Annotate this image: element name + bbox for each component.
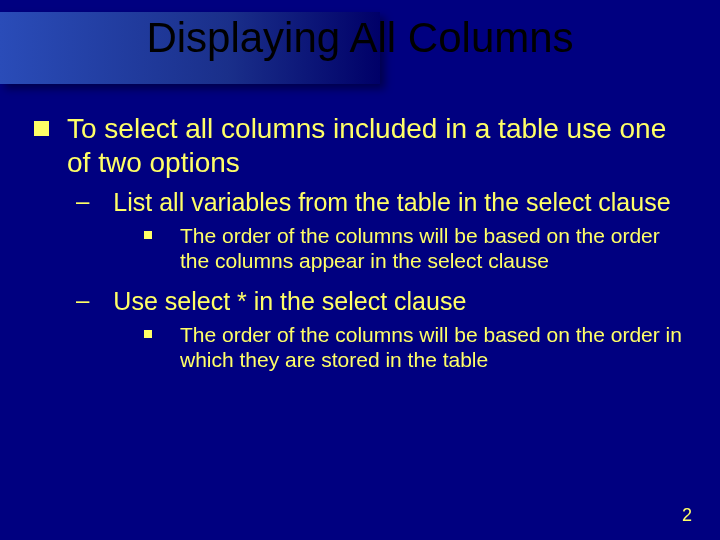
page-number: 2: [682, 505, 692, 526]
slide-body: To select all columns included in a tabl…: [34, 112, 690, 384]
square-bullet-icon: [144, 330, 152, 338]
bullet-level2: – Use select * in the select clause: [76, 286, 690, 316]
bullet-text: The order of the columns will be based o…: [180, 223, 690, 273]
dash-bullet-icon: –: [76, 286, 89, 316]
slide-title: Displaying All Columns: [0, 14, 720, 62]
dash-bullet-icon: –: [76, 187, 89, 217]
bullet-level2: – List all variables from the table in t…: [76, 187, 690, 217]
bullet-text: List all variables from the table in the…: [113, 187, 670, 217]
bullet-text: To select all columns included in a tabl…: [67, 112, 690, 179]
square-bullet-icon: [34, 121, 49, 136]
bullet-level3: The order of the columns will be based o…: [144, 322, 690, 372]
bullet-text: Use select * in the select clause: [113, 286, 466, 316]
bullet-level3: The order of the columns will be based o…: [144, 223, 690, 273]
square-bullet-icon: [144, 231, 152, 239]
bullet-text: The order of the columns will be based o…: [180, 322, 690, 372]
slide: Displaying All Columns To select all col…: [0, 0, 720, 540]
bullet-level1: To select all columns included in a tabl…: [34, 112, 690, 179]
